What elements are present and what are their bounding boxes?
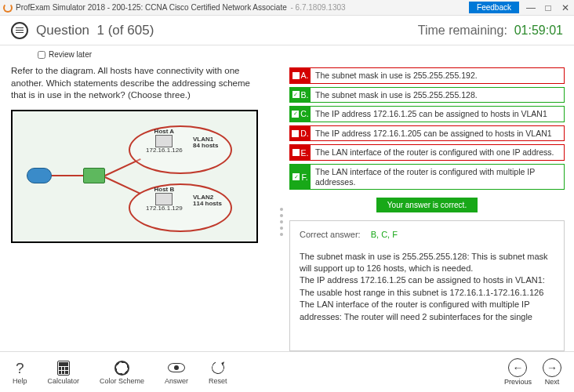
eye-icon — [168, 359, 185, 376]
footer-toolbar: ?Help Calculator Color Scheme Answer Res… — [0, 351, 574, 392]
build-version: - 6.7.1809.1303 — [289, 3, 346, 12]
maximize-button[interactable]: □ — [543, 2, 554, 13]
pane-divider[interactable] — [278, 45, 285, 351]
option-letter: ✓B. — [290, 88, 311, 103]
host-a: Host A172.16.1.126 — [146, 129, 183, 155]
option-letter: E. — [290, 145, 311, 160]
arrow-right-icon: → — [543, 358, 561, 377]
option-text: The IP address 172.16.1.25 can be assign… — [311, 107, 564, 122]
question-text: Refer to the diagram. All hosts have con… — [11, 65, 267, 102]
help-icon: ? — [16, 359, 24, 376]
option-C[interactable]: ✓C.The IP address 172.16.1.25 can be ass… — [289, 106, 565, 122]
explanation-box: Correct answer: B, C, F The subnet mask … — [289, 220, 565, 351]
option-text: The subnet mask in use is 255.255.255.12… — [311, 88, 564, 103]
color-scheme-button[interactable]: Color Scheme — [100, 359, 144, 385]
reset-button[interactable]: Reset — [209, 359, 227, 385]
option-F[interactable]: ✓F.The LAN interface of the router is co… — [289, 164, 565, 190]
result-banner: Your answer is correct. — [376, 198, 478, 212]
option-letter: ✓F. — [290, 165, 311, 189]
option-text: The IP address 172.16.1.205 can be assig… — [311, 126, 564, 141]
app-logo-icon — [3, 3, 13, 13]
review-later-checkbox[interactable]: Review later — [38, 50, 267, 59]
vlan2-label: VLAN2114 hosts — [193, 194, 222, 209]
host-b: Host B172.16.1.129 — [146, 187, 183, 213]
reset-icon — [212, 359, 224, 376]
network-diagram: Host A172.16.1.126 Host B172.16.1.129 VL… — [11, 110, 258, 243]
option-letter: D. — [290, 126, 311, 141]
option-letter: A. — [290, 68, 311, 83]
vlan1-label: VLAN184 hosts — [193, 136, 218, 151]
minimize-button[interactable]: — — [525, 2, 536, 13]
app-name: ProfExam Simulator 2018 — [16, 3, 105, 12]
explanation-text: The subnet mask in use is 255.255.255.12… — [300, 251, 554, 323]
previous-button[interactable]: ←Previous — [504, 358, 532, 386]
option-E[interactable]: E.The LAN interface of the router is con… — [289, 144, 565, 161]
gear-icon — [114, 359, 129, 376]
exam-name: 200-125: CCNA Cisco Certified Network As… — [112, 3, 287, 12]
option-text: The LAN interface of the router is confi… — [311, 145, 564, 160]
router-icon — [27, 168, 52, 183]
question-header: Question 1 (of 605) Time remaining: 01:5… — [0, 16, 574, 45]
option-A[interactable]: A.The subnet mask in use is 255.255.255.… — [289, 67, 565, 84]
arrow-left-icon: ← — [508, 358, 527, 377]
menu-icon[interactable] — [11, 22, 28, 39]
calculator-button[interactable]: Calculator — [48, 359, 80, 385]
question-counter: Question 1 (of 605) — [36, 23, 154, 38]
calculator-icon — [57, 359, 70, 376]
feedback-button[interactable]: Feedback — [469, 2, 519, 13]
correct-answer-value: B, C, F — [371, 230, 398, 239]
option-text: The LAN interface of the router is confi… — [311, 165, 564, 189]
option-B[interactable]: ✓B.The subnet mask in use is 255.255.255… — [289, 87, 565, 103]
review-later-input[interactable] — [38, 51, 45, 59]
next-button[interactable]: →Next — [543, 358, 561, 386]
help-button[interactable]: ?Help — [13, 359, 27, 385]
option-D[interactable]: D.The IP address 172.16.1.205 can be ass… — [289, 125, 565, 142]
correct-answer-label: Correct answer: — [300, 230, 361, 239]
question-pane: Review later Refer to the diagram. All h… — [0, 45, 278, 351]
option-text: The subnet mask in use is 255.255.255.19… — [311, 68, 564, 83]
switch-icon — [83, 168, 105, 183]
timer: Time remaining: 01:59:01 — [418, 24, 563, 38]
answer-button[interactable]: Answer — [165, 359, 188, 385]
close-button[interactable]: ✕ — [560, 2, 571, 13]
option-letter: ✓C. — [290, 107, 311, 122]
titlebar: ProfExam Simulator 2018 - 200-125: CCNA … — [0, 0, 574, 16]
answer-pane: A.The subnet mask in use is 255.255.255.… — [285, 45, 574, 351]
